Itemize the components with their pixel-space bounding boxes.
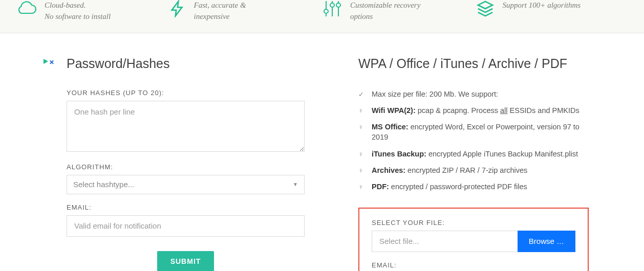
- feature-text: inexpensive: [194, 12, 230, 20]
- sliders-icon: [322, 0, 342, 19]
- algorithm-select[interactable]: Select hashtype... ▼: [67, 175, 305, 194]
- feature-text: Cloud-based.: [45, 1, 85, 9]
- file-heading: WPA / Office / iTunes / Archive / PDF: [358, 56, 589, 71]
- feature-text: Fast, accurate &: [194, 1, 246, 9]
- chevron-down-icon: ▼: [293, 182, 298, 187]
- list-item: ✓Max size per file: 200 Mb. We support:: [358, 89, 589, 99]
- feature-text: Customizable recovery: [350, 1, 420, 9]
- svg-point-3: [330, 3, 334, 7]
- submit-button[interactable]: SUBMIT: [157, 251, 214, 272]
- list-item: ♀Wifi WPA(2): pcap & pcapng. Process all…: [358, 105, 589, 116]
- bulb-icon: ♀: [358, 106, 366, 116]
- bulb-icon: ♀: [358, 150, 366, 159]
- bolt-icon: [169, 0, 186, 19]
- support-intro: Max size per file: 200 Mb. We support:: [372, 89, 498, 99]
- support-label: Archives:: [372, 166, 405, 174]
- list-item: ♀Archives: encrypted ZIP / RAR / 7-zip a…: [358, 165, 589, 175]
- list-item: ♀iTunes Backup: encrypted Apple iTunes B…: [358, 149, 589, 159]
- file-label: SELECT YOUR FILE:: [372, 219, 575, 227]
- main-content: ✕ Password/Hashes YOUR HASHES (UP TO 20)…: [0, 33, 644, 272]
- adchoices-icon[interactable]: [44, 59, 48, 64]
- email-label: EMAIL:: [67, 204, 305, 211]
- file-input[interactable]: Select file...: [372, 231, 518, 252]
- feature-text: No software to install: [45, 12, 111, 20]
- hashes-input[interactable]: [67, 101, 305, 152]
- feature-custom: Customizable recoveryoptions: [322, 0, 476, 22]
- email-field[interactable]: [67, 215, 305, 237]
- close-ad-icon[interactable]: ✕: [49, 59, 54, 66]
- list-item: ♀MS Office: encrypted Word, Excel or Pow…: [358, 122, 589, 143]
- feature-fast: Fast, accurate &inexpensive: [169, 0, 323, 22]
- support-label: MS Office:: [372, 123, 409, 131]
- hashes-heading: Password/Hashes: [67, 56, 305, 71]
- support-label: Wifi WPA(2):: [372, 106, 416, 115]
- bulb-icon: ♀: [358, 123, 366, 132]
- feature-text: options: [350, 12, 373, 20]
- list-item: ♀PDF: encrypted / password-protected PDF…: [358, 182, 589, 192]
- svg-point-5: [336, 3, 340, 7]
- support-list: ✓Max size per file: 200 Mb. We support: …: [358, 89, 589, 192]
- file-upload-box: SELECT YOUR FILE: Select file... Browse …: [358, 208, 589, 271]
- algorithm-placeholder: Select hashtype...: [73, 180, 134, 189]
- cloud-icon: [15, 0, 37, 18]
- hashes-panel: Password/Hashes YOUR HASHES (UP TO 20): …: [67, 56, 305, 272]
- algorithm-label: ALGORITHM:: [67, 163, 305, 171]
- check-icon: ✓: [358, 90, 366, 99]
- layers-icon: [476, 0, 495, 19]
- hashes-label: YOUR HASHES (UP TO 20):: [67, 89, 305, 97]
- support-label: iTunes Backup:: [372, 150, 426, 158]
- svg-point-1: [324, 9, 328, 13]
- file-panel: WPA / Office / iTunes / Archive / PDF ✓M…: [358, 56, 589, 272]
- file-email-label: EMAIL:: [372, 261, 508, 269]
- feature-algos: Support 100+ algorithms: [476, 0, 629, 22]
- file-placeholder: Select file...: [379, 237, 419, 245]
- feature-text: Support 100+ algorithms: [503, 1, 581, 9]
- features-bar: Cloud-based.No software to install Fast,…: [0, 0, 644, 33]
- bulb-icon: ♀: [358, 166, 366, 175]
- ad-badge: ✕: [44, 56, 56, 272]
- bulb-icon: ♀: [358, 183, 366, 192]
- support-label: PDF:: [372, 183, 389, 191]
- feature-cloud: Cloud-based.No software to install: [15, 0, 169, 22]
- browse-button[interactable]: Browse …: [518, 231, 575, 252]
